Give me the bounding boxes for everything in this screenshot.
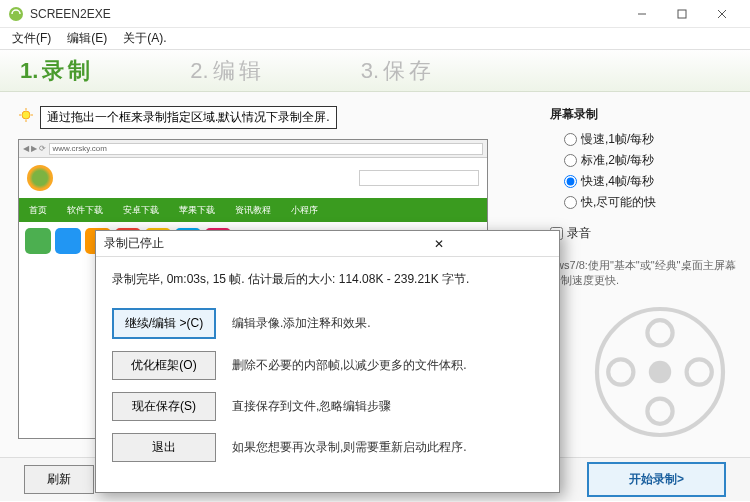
continue-edit-desc: 编辑录像.添加注释和效果. xyxy=(232,315,371,332)
hint-text: 通过拖出一个框来录制指定区域.默认情况下录制全屏. xyxy=(40,106,337,129)
svg-point-0 xyxy=(9,7,23,21)
menu-file[interactable]: 文件(F) xyxy=(6,28,57,49)
note-text: ows7/8:使用"基本"或"经典"桌面主屏幕录制速度更快. xyxy=(550,252,740,289)
dialog-titlebar: 录制已停止 ✕ xyxy=(96,231,559,257)
maximize-button[interactable] xyxy=(662,0,702,28)
recording-status: 录制完毕, 0m:03s, 15 帧. 估计最后的大小: 114.08K - 2… xyxy=(112,271,543,288)
address-bar: www.crsky.com xyxy=(49,143,483,155)
refresh-button[interactable]: 刷新 xyxy=(24,465,94,494)
window-title: SCREEN2EXE xyxy=(30,7,622,21)
minimize-button[interactable] xyxy=(622,0,662,28)
record-sound[interactable]: 录音 xyxy=(550,223,740,244)
svg-point-14 xyxy=(608,359,633,384)
app-icon xyxy=(8,6,24,22)
dialog-title: 录制已停止 xyxy=(104,235,328,252)
speed-fastest[interactable]: 快,尽可能的快 xyxy=(550,192,740,213)
svg-point-5 xyxy=(22,111,30,119)
svg-point-11 xyxy=(649,361,671,383)
step-edit[interactable]: 2. 编 辑 xyxy=(190,56,260,86)
svg-point-13 xyxy=(647,399,672,424)
exit-desc: 如果您想要再次录制,则需要重新启动此程序. xyxy=(232,439,467,456)
browser-toolbar: ◀ ▶ ⟳ www.crsky.com xyxy=(19,140,487,158)
menubar: 文件(F) 编辑(E) 关于(A). xyxy=(0,28,750,50)
site-logo-icon xyxy=(27,165,53,191)
optimize-button[interactable]: 优化框架(O) xyxy=(112,351,216,380)
recording-stopped-dialog: 录制已停止 ✕ 录制完毕, 0m:03s, 15 帧. 估计最后的大小: 114… xyxy=(95,230,560,493)
dialog-close-button[interactable]: ✕ xyxy=(328,237,552,251)
hint-row: 通过拖出一个框来录制指定区域.默认情况下录制全屏. xyxy=(18,106,522,129)
search-box xyxy=(359,170,479,186)
step-tabs: 1. 录 制 2. 编 辑 3. 保 存 xyxy=(0,50,750,92)
speed-fast[interactable]: 快速,4帧/每秒 xyxy=(550,171,740,192)
film-reel-icon xyxy=(590,302,730,442)
speed-standard[interactable]: 标准,2帧/每秒 xyxy=(550,150,740,171)
lightbulb-icon xyxy=(18,108,34,127)
window-controls xyxy=(622,0,742,28)
close-button[interactable] xyxy=(702,0,742,28)
speed-slow[interactable]: 慢速,1帧/每秒 xyxy=(550,129,740,150)
save-now-desc: 直接保存到文件,忽略编辑步骤 xyxy=(232,398,391,415)
record-section-title: 屏幕录制 xyxy=(550,106,740,123)
menu-about[interactable]: 关于(A). xyxy=(117,28,172,49)
svg-rect-2 xyxy=(678,10,686,18)
start-record-button[interactable]: 开始录制> xyxy=(587,462,726,497)
step-record[interactable]: 1. 录 制 xyxy=(20,56,90,86)
titlebar: SCREEN2EXE xyxy=(0,0,750,28)
app-tile xyxy=(55,228,81,254)
right-panel: 屏幕录制 慢速,1帧/每秒 标准,2帧/每秒 快速,4帧/每秒 快,尽可能的快 … xyxy=(540,92,750,457)
dialog-body: 录制完毕, 0m:03s, 15 帧. 估计最后的大小: 114.08K - 2… xyxy=(96,257,559,492)
app-tile xyxy=(25,228,51,254)
svg-point-12 xyxy=(647,320,672,345)
menu-edit[interactable]: 编辑(E) xyxy=(61,28,113,49)
save-now-button[interactable]: 现在保存(S) xyxy=(112,392,216,421)
optimize-desc: 删除不必要的内部帧,以减少更多的文件体积. xyxy=(232,357,467,374)
site-header xyxy=(19,158,487,198)
svg-point-15 xyxy=(687,359,712,384)
step-save[interactable]: 3. 保 存 xyxy=(361,56,431,86)
continue-edit-button[interactable]: 继续/编辑 >(C) xyxy=(112,308,216,339)
exit-button[interactable]: 退出 xyxy=(112,433,216,462)
site-nav: 首页 软件下载 安卓下载 苹果下载 资讯教程 小程序 xyxy=(19,198,487,222)
